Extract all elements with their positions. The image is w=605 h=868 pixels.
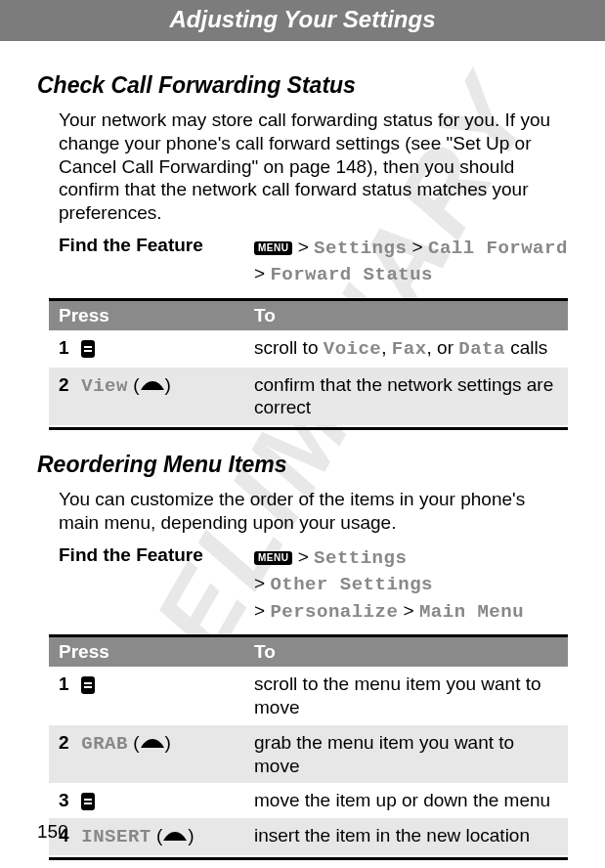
col-to: To (244, 636, 568, 668)
section2-path: MENU > Settings > Other Settings > Perso… (254, 544, 524, 626)
menu-key-icon: MENU (254, 551, 292, 565)
grab-button-label: GRAB (81, 733, 128, 755)
section1-body: Your network may store call forwarding s… (59, 108, 568, 225)
path-other-settings: Other Settings (270, 574, 433, 595)
table-bottom-rule (49, 427, 568, 430)
section2-steps-table: Press To 1 scroll to the menu item you w… (49, 634, 568, 855)
nav-key-icon (81, 676, 95, 694)
text: , or (427, 337, 459, 358)
step-description: grab the menu item you want to move (244, 725, 568, 784)
find-feature-label: Find the Feature (59, 544, 254, 626)
step-number: 1 (59, 336, 76, 360)
path-main-menu: Main Menu (419, 601, 524, 623)
section1-find-feature: Find the Feature MENU > Settings > Call … (59, 235, 568, 288)
table-row: 3 move the item up or down the menu (49, 783, 568, 818)
path-settings: Settings (314, 238, 407, 259)
step-number: 2 (59, 373, 76, 397)
text: calls (505, 337, 547, 358)
step-description: scroll to Voice, Fax, or Data calls (244, 330, 568, 368)
step-description: confirm that the network settings are co… (244, 368, 568, 426)
path-personalize: Personalize (270, 601, 398, 623)
table-row: 2 GRAB () grab the menu item you want to… (49, 725, 568, 784)
table-row: 2 View () confirm that the network setti… (49, 368, 568, 426)
step-number: 3 (59, 789, 76, 812)
find-feature-label: Find the Feature (59, 235, 254, 288)
softkey-icon (140, 738, 165, 750)
page-header: Adjusting Your Settings (0, 0, 605, 41)
insert-button-label: INSERT (81, 826, 151, 847)
section2-body: You can customize the order of the items… (59, 488, 568, 535)
section1-path: MENU > Settings > Call Forward > Forward… (254, 235, 568, 288)
softkey-icon (140, 380, 165, 392)
section2-find-feature: Find the Feature MENU > Settings > Other… (59, 544, 568, 626)
table-bottom-rule (49, 857, 568, 860)
table-row: 1 scroll to Voice, Fax, or Data calls (49, 330, 568, 368)
data-label: Data (458, 338, 505, 360)
menu-key-icon: MENU (254, 241, 292, 255)
text: scroll to (254, 337, 324, 358)
text: , (381, 337, 392, 358)
table-row: 1 scroll to the menu item you want to mo… (49, 667, 568, 725)
path-forward-status: Forward Status (270, 264, 433, 285)
step-number: 2 (59, 731, 76, 755)
nav-key-icon (81, 793, 95, 810)
path-settings: Settings (314, 547, 407, 569)
page-content: Adjusting Your Settings Check Call Forwa… (0, 0, 605, 860)
nav-key-icon (81, 340, 95, 358)
fax-label: Fax (392, 338, 427, 360)
step-number: 1 (59, 673, 76, 696)
step-description: scroll to the menu item you want to move (244, 667, 568, 725)
col-press: Press (49, 299, 244, 330)
col-to: To (244, 299, 568, 330)
section1-title: Check Call Forwarding Status (37, 72, 568, 99)
voice-label: Voice (324, 338, 382, 360)
table-row: 4 INSERT () insert the item in the new l… (49, 818, 568, 855)
page-number: 150 (37, 821, 68, 843)
section1-steps-table: Press To 1 scroll to Voice, Fax, or Data… (49, 298, 568, 425)
step-description: move the item up or down the menu (244, 783, 568, 818)
softkey-icon (162, 831, 188, 843)
section2-title: Reordering Menu Items (37, 452, 568, 478)
view-button-label: View (81, 375, 128, 397)
col-press: Press (49, 636, 244, 668)
path-call-forward: Call Forward (428, 238, 568, 259)
step-description: insert the item in the new location (244, 818, 568, 855)
